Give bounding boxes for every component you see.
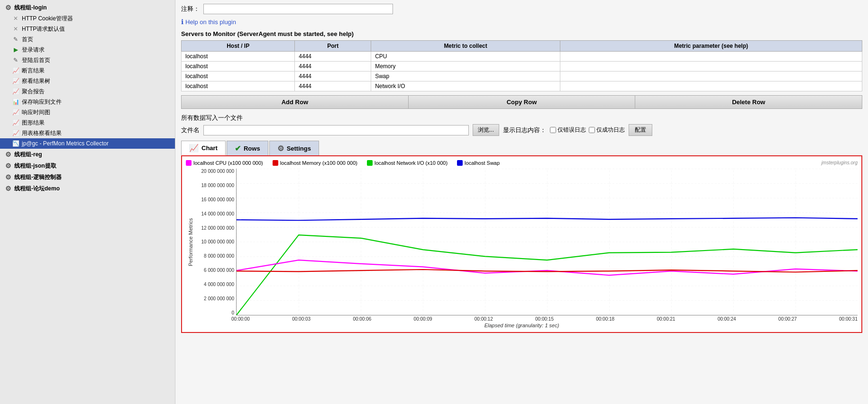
sidebar-item-label: jp@gc - PerfMon Metrics Collector [22,140,109,147]
monitor-table: Host / IP Port Metric to collect Metric … [181,40,862,91]
success-log-label[interactable]: 仅成功日志 [589,126,625,134]
legend-item-network: localhost Network I/O (x10 000) [367,160,448,166]
sidebar-group-label: 线程组-login [14,4,47,12]
info-icon: ℹ [181,18,183,26]
table-row[interactable]: localhost 4444 CPU [182,52,862,62]
y-axis-label: Performance Metrics [186,169,193,315]
chart-icon: 📈 [11,87,20,96]
watermark: jmsterplugins.org [822,160,858,165]
add-row-button[interactable]: Add Row [182,96,409,108]
cell-host: localhost [182,72,295,81]
tab-chart-label: Chart [201,144,218,152]
help-link[interactable]: ℹ Help on this plugin [181,18,862,26]
table-row[interactable]: localhost 4444 Network I/O [182,81,862,91]
col-port: Port [295,41,371,52]
cell-metric: Network I/O [371,81,560,91]
file-row: 文件名 浏览... 显示日志内容： 仅错误日志 仅成功日志 配置 [181,124,862,136]
sidebar-group-json[interactable]: ⚙ 线程组-json提取 [0,160,175,171]
sidebar-item-assert-result[interactable]: 📈 断言结果 [0,65,175,76]
sidebar-item-label: HTTP请求默认值 [22,25,65,33]
tab-chart[interactable]: 📈 Chart [181,141,226,155]
gear-icon: ⚙ [4,150,12,159]
tab-rows[interactable]: ✔ Rows [227,141,268,155]
legend-color-memory [273,160,278,166]
section-title: Servers to Monitor (ServerAgent must be … [181,30,862,37]
arrow-pencil-icon: ▶ [11,45,20,54]
cell-port: 4444 [295,81,371,91]
chart-icon: 📈 [11,129,20,137]
sidebar-item-aggregate[interactable]: 📈 聚合报告 [0,86,175,97]
delete-row-button[interactable]: Delete Row [635,96,862,108]
cell-port: 4444 [295,72,371,81]
sidebar-group-logic[interactable]: ⚙ 线程组-逻辑控制器 [0,171,175,183]
note-label: 注释： [181,5,200,13]
sidebar-item-response-time[interactable]: 📈 响应时间图 [0,107,175,117]
gear-icon: ⚙ [4,162,12,170]
chart-svg [237,169,858,315]
sidebar-group-label: 线程组-论坛demo [14,185,60,193]
error-log-label[interactable]: 仅错误日志 [550,126,586,134]
cell-metric: CPU [371,52,560,62]
tab-bar: 📈 Chart ✔ Rows ⚙ Settings [181,141,862,155]
sidebar-item-table-result[interactable]: 📈 用表格察看结果 [0,128,175,138]
file-label: 文件名 [181,126,200,135]
svg-rect-0 [237,169,858,315]
y-labels: 20 000 000 000 18 000 000 000 16 000 000… [193,169,236,315]
sidebar-item-perfmon[interactable]: 📉 jp@gc - PerfMon Metrics Collector [0,138,175,149]
legend-item-memory: localhost Memory (x100 000 000) [273,160,357,166]
sidebar-group-label: 线程组-json提取 [14,162,56,170]
sidebar-item-label: 登陆后首页 [22,56,50,64]
sidebar-item-label: 聚合报告 [22,88,45,96]
config-button[interactable]: 配置 [629,124,652,136]
chart-tab-icon: 📈 [189,144,199,153]
browse-button[interactable]: 浏览... [473,124,499,136]
cell-param [560,62,862,72]
sidebar-item-http-cookie[interactable]: ✕ HTTP Cookie管理器 [0,13,175,24]
cell-host: localhost [182,62,295,72]
sidebar-group-forum[interactable]: ⚙ 线程组-论坛demo [0,183,175,194]
tab-settings[interactable]: ⚙ Settings [269,141,319,155]
sidebar-item-save-response[interactable]: 📊 保存响应到文件 [0,97,175,107]
sidebar-item-label: 察看结果树 [22,77,50,85]
sidebar-group-login[interactable]: ⚙ 线程组-login [0,2,175,13]
note-input[interactable] [203,4,393,14]
cross-icon: ✕ [11,25,20,33]
table-row[interactable]: localhost 4444 Memory [182,62,862,72]
chart-icon: 📈 [11,66,20,75]
table-row[interactable]: localhost 4444 Swap [182,72,862,81]
chart-gray-icon: 📊 [11,98,20,106]
chart-icon: 📈 [11,118,20,127]
cell-metric: Memory [371,62,560,72]
sidebar-item-http-default[interactable]: ✕ HTTP请求默认值 [0,24,175,34]
sidebar-item-login-request[interactable]: ▶ 登录请求 [0,45,175,55]
sidebar-item-after-login[interactable]: ✎ 登陆后首页 [0,55,175,65]
sidebar-item-result-tree[interactable]: 📈 察看结果树 [0,76,175,86]
cell-host: localhost [182,81,295,91]
tab-rows-label: Rows [244,145,260,152]
cell-metric: Swap [371,72,560,81]
sidebar-item-homepage[interactable]: ✎ 首页 [0,34,175,45]
sidebar-group-reg[interactable]: ⚙ 线程组-reg [0,149,175,160]
sidebar-group-label: 线程组-逻辑控制器 [14,173,62,181]
sidebar-item-graph-result[interactable]: 📈 图形结果 [0,117,175,128]
success-log-checkbox[interactable] [589,127,595,133]
checkbox-group: 仅错误日志 仅成功日志 [550,126,625,134]
copy-row-button[interactable]: Copy Row [409,96,636,108]
perfmon-icon: 📉 [11,139,20,148]
sidebar-item-label: 响应时间图 [22,108,50,117]
legend-label-cpu: localhost CPU (x100 000 000) [193,160,263,166]
chart-inner: Performance Metrics 20 000 000 000 18 00… [186,169,858,315]
cell-port: 4444 [295,62,371,72]
cell-host: localhost [182,52,295,62]
file-input[interactable] [203,125,469,135]
legend-color-network [367,160,373,166]
pencil-icon: ✎ [11,35,20,44]
cross-icon: ✕ [11,14,20,23]
x-axis-labels: 00:00:00 00:00:03 00:00:06 00:00:09 00:0… [186,316,858,322]
col-host: Host / IP [182,41,295,52]
gear-tab-icon: ⚙ [277,144,284,153]
main-panel: 注释： ℹ Help on this plugin Servers to Mon… [175,0,868,404]
file-section-label: 所有数据写入一个文件 [181,114,862,122]
pencil-icon: ✎ [11,56,20,64]
error-log-checkbox[interactable] [550,127,556,133]
